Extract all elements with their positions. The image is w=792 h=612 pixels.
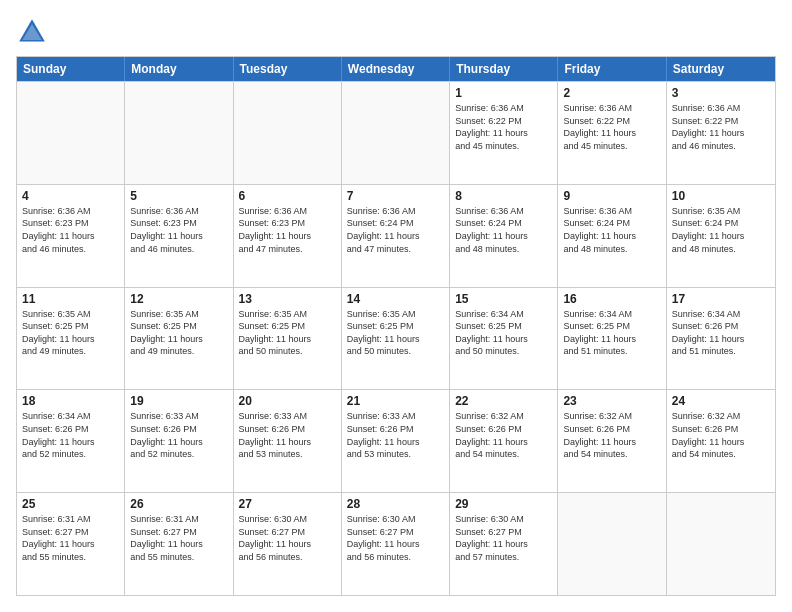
day-info: Sunrise: 6:32 AM Sunset: 6:26 PM Dayligh… bbox=[563, 410, 660, 460]
day-number: 10 bbox=[672, 189, 770, 203]
day-info: Sunrise: 6:36 AM Sunset: 6:24 PM Dayligh… bbox=[563, 205, 660, 255]
calendar-cell bbox=[125, 82, 233, 184]
cal-header-day: Saturday bbox=[667, 57, 775, 81]
day-number: 6 bbox=[239, 189, 336, 203]
cal-header-day: Friday bbox=[558, 57, 666, 81]
calendar-cell: 10Sunrise: 6:35 AM Sunset: 6:24 PM Dayli… bbox=[667, 185, 775, 287]
calendar-cell: 11Sunrise: 6:35 AM Sunset: 6:25 PM Dayli… bbox=[17, 288, 125, 390]
day-number: 29 bbox=[455, 497, 552, 511]
day-info: Sunrise: 6:36 AM Sunset: 6:24 PM Dayligh… bbox=[347, 205, 444, 255]
day-number: 14 bbox=[347, 292, 444, 306]
day-info: Sunrise: 6:34 AM Sunset: 6:25 PM Dayligh… bbox=[563, 308, 660, 358]
day-number: 27 bbox=[239, 497, 336, 511]
calendar-cell: 15Sunrise: 6:34 AM Sunset: 6:25 PM Dayli… bbox=[450, 288, 558, 390]
day-number: 2 bbox=[563, 86, 660, 100]
day-number: 11 bbox=[22, 292, 119, 306]
day-number: 15 bbox=[455, 292, 552, 306]
calendar-cell: 16Sunrise: 6:34 AM Sunset: 6:25 PM Dayli… bbox=[558, 288, 666, 390]
day-number: 28 bbox=[347, 497, 444, 511]
calendar-cell: 22Sunrise: 6:32 AM Sunset: 6:26 PM Dayli… bbox=[450, 390, 558, 492]
calendar-cell: 9Sunrise: 6:36 AM Sunset: 6:24 PM Daylig… bbox=[558, 185, 666, 287]
calendar-row: 18Sunrise: 6:34 AM Sunset: 6:26 PM Dayli… bbox=[17, 389, 775, 492]
day-number: 23 bbox=[563, 394, 660, 408]
day-number: 3 bbox=[672, 86, 770, 100]
day-info: Sunrise: 6:36 AM Sunset: 6:23 PM Dayligh… bbox=[130, 205, 227, 255]
calendar-header: SundayMondayTuesdayWednesdayThursdayFrid… bbox=[17, 57, 775, 81]
calendar-cell: 26Sunrise: 6:31 AM Sunset: 6:27 PM Dayli… bbox=[125, 493, 233, 595]
day-number: 17 bbox=[672, 292, 770, 306]
calendar-cell: 20Sunrise: 6:33 AM Sunset: 6:26 PM Dayli… bbox=[234, 390, 342, 492]
day-info: Sunrise: 6:33 AM Sunset: 6:26 PM Dayligh… bbox=[239, 410, 336, 460]
day-info: Sunrise: 6:36 AM Sunset: 6:23 PM Dayligh… bbox=[22, 205, 119, 255]
day-number: 4 bbox=[22, 189, 119, 203]
calendar-cell: 27Sunrise: 6:30 AM Sunset: 6:27 PM Dayli… bbox=[234, 493, 342, 595]
calendar-cell bbox=[17, 82, 125, 184]
day-number: 1 bbox=[455, 86, 552, 100]
header bbox=[16, 16, 776, 48]
calendar-cell: 5Sunrise: 6:36 AM Sunset: 6:23 PM Daylig… bbox=[125, 185, 233, 287]
calendar-cell: 23Sunrise: 6:32 AM Sunset: 6:26 PM Dayli… bbox=[558, 390, 666, 492]
logo bbox=[16, 16, 52, 48]
day-number: 20 bbox=[239, 394, 336, 408]
day-info: Sunrise: 6:36 AM Sunset: 6:22 PM Dayligh… bbox=[563, 102, 660, 152]
calendar-cell: 4Sunrise: 6:36 AM Sunset: 6:23 PM Daylig… bbox=[17, 185, 125, 287]
cal-header-day: Tuesday bbox=[234, 57, 342, 81]
calendar-cell: 7Sunrise: 6:36 AM Sunset: 6:24 PM Daylig… bbox=[342, 185, 450, 287]
day-number: 25 bbox=[22, 497, 119, 511]
calendar-row: 4Sunrise: 6:36 AM Sunset: 6:23 PM Daylig… bbox=[17, 184, 775, 287]
cal-header-day: Wednesday bbox=[342, 57, 450, 81]
day-info: Sunrise: 6:36 AM Sunset: 6:22 PM Dayligh… bbox=[672, 102, 770, 152]
calendar-cell bbox=[558, 493, 666, 595]
calendar-cell: 14Sunrise: 6:35 AM Sunset: 6:25 PM Dayli… bbox=[342, 288, 450, 390]
day-number: 5 bbox=[130, 189, 227, 203]
calendar-cell: 29Sunrise: 6:30 AM Sunset: 6:27 PM Dayli… bbox=[450, 493, 558, 595]
calendar-cell: 1Sunrise: 6:36 AM Sunset: 6:22 PM Daylig… bbox=[450, 82, 558, 184]
day-info: Sunrise: 6:33 AM Sunset: 6:26 PM Dayligh… bbox=[130, 410, 227, 460]
calendar-cell: 25Sunrise: 6:31 AM Sunset: 6:27 PM Dayli… bbox=[17, 493, 125, 595]
calendar-cell bbox=[234, 82, 342, 184]
day-info: Sunrise: 6:36 AM Sunset: 6:23 PM Dayligh… bbox=[239, 205, 336, 255]
day-info: Sunrise: 6:34 AM Sunset: 6:25 PM Dayligh… bbox=[455, 308, 552, 358]
calendar-cell: 21Sunrise: 6:33 AM Sunset: 6:26 PM Dayli… bbox=[342, 390, 450, 492]
day-number: 13 bbox=[239, 292, 336, 306]
day-number: 7 bbox=[347, 189, 444, 203]
day-info: Sunrise: 6:35 AM Sunset: 6:25 PM Dayligh… bbox=[239, 308, 336, 358]
calendar-cell: 24Sunrise: 6:32 AM Sunset: 6:26 PM Dayli… bbox=[667, 390, 775, 492]
day-info: Sunrise: 6:30 AM Sunset: 6:27 PM Dayligh… bbox=[347, 513, 444, 563]
calendar-cell: 8Sunrise: 6:36 AM Sunset: 6:24 PM Daylig… bbox=[450, 185, 558, 287]
day-number: 19 bbox=[130, 394, 227, 408]
calendar-row: 1Sunrise: 6:36 AM Sunset: 6:22 PM Daylig… bbox=[17, 81, 775, 184]
day-info: Sunrise: 6:36 AM Sunset: 6:24 PM Dayligh… bbox=[455, 205, 552, 255]
day-info: Sunrise: 6:31 AM Sunset: 6:27 PM Dayligh… bbox=[130, 513, 227, 563]
calendar-cell: 19Sunrise: 6:33 AM Sunset: 6:26 PM Dayli… bbox=[125, 390, 233, 492]
calendar-cell: 6Sunrise: 6:36 AM Sunset: 6:23 PM Daylig… bbox=[234, 185, 342, 287]
cal-header-day: Monday bbox=[125, 57, 233, 81]
calendar-cell: 18Sunrise: 6:34 AM Sunset: 6:26 PM Dayli… bbox=[17, 390, 125, 492]
day-info: Sunrise: 6:30 AM Sunset: 6:27 PM Dayligh… bbox=[239, 513, 336, 563]
day-info: Sunrise: 6:35 AM Sunset: 6:25 PM Dayligh… bbox=[22, 308, 119, 358]
day-number: 26 bbox=[130, 497, 227, 511]
calendar-cell: 28Sunrise: 6:30 AM Sunset: 6:27 PM Dayli… bbox=[342, 493, 450, 595]
calendar-row: 11Sunrise: 6:35 AM Sunset: 6:25 PM Dayli… bbox=[17, 287, 775, 390]
calendar-cell: 13Sunrise: 6:35 AM Sunset: 6:25 PM Dayli… bbox=[234, 288, 342, 390]
day-info: Sunrise: 6:35 AM Sunset: 6:25 PM Dayligh… bbox=[130, 308, 227, 358]
day-info: Sunrise: 6:31 AM Sunset: 6:27 PM Dayligh… bbox=[22, 513, 119, 563]
logo-icon bbox=[16, 16, 48, 48]
calendar-cell: 17Sunrise: 6:34 AM Sunset: 6:26 PM Dayli… bbox=[667, 288, 775, 390]
day-info: Sunrise: 6:32 AM Sunset: 6:26 PM Dayligh… bbox=[455, 410, 552, 460]
calendar: SundayMondayTuesdayWednesdayThursdayFrid… bbox=[16, 56, 776, 596]
day-number: 16 bbox=[563, 292, 660, 306]
cal-header-day: Sunday bbox=[17, 57, 125, 81]
day-info: Sunrise: 6:30 AM Sunset: 6:27 PM Dayligh… bbox=[455, 513, 552, 563]
day-number: 21 bbox=[347, 394, 444, 408]
calendar-body: 1Sunrise: 6:36 AM Sunset: 6:22 PM Daylig… bbox=[17, 81, 775, 595]
day-info: Sunrise: 6:35 AM Sunset: 6:25 PM Dayligh… bbox=[347, 308, 444, 358]
day-info: Sunrise: 6:35 AM Sunset: 6:24 PM Dayligh… bbox=[672, 205, 770, 255]
day-info: Sunrise: 6:36 AM Sunset: 6:22 PM Dayligh… bbox=[455, 102, 552, 152]
day-number: 9 bbox=[563, 189, 660, 203]
day-info: Sunrise: 6:33 AM Sunset: 6:26 PM Dayligh… bbox=[347, 410, 444, 460]
cal-header-day: Thursday bbox=[450, 57, 558, 81]
calendar-cell: 3Sunrise: 6:36 AM Sunset: 6:22 PM Daylig… bbox=[667, 82, 775, 184]
day-info: Sunrise: 6:34 AM Sunset: 6:26 PM Dayligh… bbox=[22, 410, 119, 460]
day-number: 22 bbox=[455, 394, 552, 408]
